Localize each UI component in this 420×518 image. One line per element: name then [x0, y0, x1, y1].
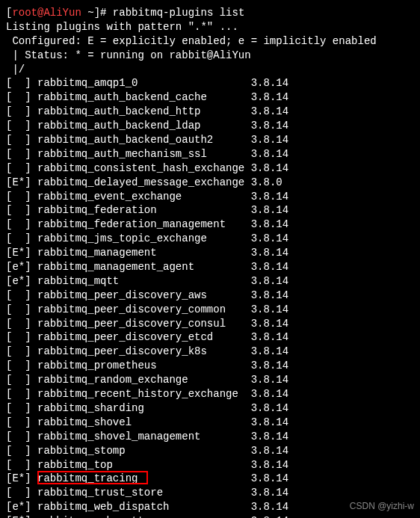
plugin-name: rabbitmq_federation_management	[37, 218, 226, 230]
plugin-flags: [ ]	[6, 204, 31, 216]
plugin-row: [ ] rabbitmq_prometheus 3.8.14	[6, 359, 414, 373]
plugin-version: 3.8.14	[251, 374, 288, 386]
plugin-row: [ ] rabbitmq_auth_backend_oauth2 3.8.14	[6, 133, 414, 147]
output-header-4: |/	[6, 63, 414, 77]
plugin-flags: [e*]	[6, 261, 31, 273]
plugin-name: rabbitmq_amqp1_0	[37, 77, 138, 89]
plugin-flags: [E*]	[6, 247, 31, 259]
plugin-row: [ ] rabbitmq_amqp1_0 3.8.14	[6, 76, 414, 90]
plugin-version: 3.8.14	[251, 459, 288, 471]
plugin-row: [ ] rabbitmq_random_exchange 3.8.14	[6, 373, 414, 387]
plugin-name: rabbitmq_stomp	[37, 445, 126, 457]
plugin-row: [ ] rabbitmq_auth_backend_http 3.8.14	[6, 105, 414, 119]
plugin-name: rabbitmq_sharding	[37, 402, 144, 414]
plugin-name: rabbitmq_auth_mechanism_ssl	[37, 148, 207, 160]
plugin-version: 3.8.14	[251, 191, 288, 203]
plugin-version: 3.8.14	[251, 120, 288, 132]
plugin-version: 3.8.14	[251, 318, 288, 330]
plugin-name: rabbitmq_auth_backend_ldap	[37, 120, 200, 132]
plugin-flags: [ ]	[6, 445, 31, 457]
plugin-list: [ ] rabbitmq_amqp1_0 3.8.14[ ] rabbitmq_…	[6, 76, 414, 518]
plugin-flags: [ ]	[6, 303, 31, 315]
plugin-version: 3.8.14	[251, 402, 288, 414]
plugin-version: 3.8.14	[251, 445, 288, 457]
plugin-version: 3.8.14	[251, 472, 288, 484]
plugin-flags: [ ]	[6, 345, 31, 357]
plugin-version: 3.8.14	[251, 303, 288, 315]
plugin-flags: [ ]	[6, 162, 31, 174]
plugin-row: [ ] rabbitmq_auth_mechanism_ssl 3.8.14	[6, 147, 414, 161]
plugin-row: [ ] rabbitmq_peer_discovery_k8s 3.8.14	[6, 345, 414, 359]
plugin-name: rabbitmq_random_exchange	[37, 374, 188, 386]
plugin-name: rabbitmq_tracing	[37, 472, 138, 484]
plugin-version: 3.8.14	[251, 331, 288, 343]
plugin-row: [ ] rabbitmq_sharding 3.8.14	[6, 401, 414, 416]
plugin-name: rabbitmq_prometheus	[37, 360, 157, 371]
plugin-version: 3.8.14	[251, 431, 288, 443]
plugin-row: [ ] rabbitmq_federation 3.8.14	[6, 203, 414, 218]
plugin-name: rabbitmq_federation	[37, 204, 157, 216]
plugin-flags: [ ]	[6, 91, 31, 103]
plugin-flags: [ ]	[6, 487, 31, 499]
plugin-name: rabbitmq_management_agent	[37, 261, 194, 273]
plugin-version: 3.8.14	[251, 77, 288, 89]
plugin-row: [ ] rabbitmq_jms_topic_exchange 3.8.14	[6, 232, 414, 246]
plugin-flags: [ ]	[6, 218, 31, 230]
plugin-row: [ ] rabbitmq_peer_discovery_aws 3.8.14	[6, 289, 414, 303]
plugin-name: rabbitmq_web_dispatch	[37, 501, 169, 513]
plugin-row: [e*] rabbitmq_mqtt 3.8.14	[6, 274, 414, 289]
plugin-row: [ ] rabbitmq_event_exchange 3.8.14	[6, 190, 414, 204]
plugin-row: [ ] rabbitmq_top 3.8.14	[6, 458, 414, 472]
plugin-row: [E*] rabbitmq_delayed_message_exchange 3…	[6, 176, 414, 190]
plugin-row: [ ] rabbitmq_consistent_hash_exchange 3.…	[6, 161, 414, 176]
plugin-flags: [ ]	[6, 416, 31, 428]
plugin-flags: [ ]	[6, 77, 31, 89]
plugin-flags: [ ]	[6, 148, 31, 160]
plugin-flags: [ ]	[6, 105, 31, 117]
plugin-flags: [E*]	[6, 472, 31, 484]
terminal-prompt: [root@AliYun ~]# rabbitmq-plugins list	[6, 6, 414, 20]
plugin-flags: [ ]	[6, 360, 31, 371]
plugin-flags: [ ]	[6, 388, 31, 400]
plugin-version: 3.8.14	[251, 91, 288, 103]
plugin-version: 3.8.14	[251, 261, 288, 273]
plugin-row: [ ] rabbitmq_peer_discovery_etcd 3.8.14	[6, 330, 414, 345]
plugin-name: rabbitmq_peer_discovery_common	[37, 303, 226, 315]
output-header-3: | Status: * = running on rabbit@AliYun	[6, 49, 414, 63]
prompt-user-host: root@AliYun	[12, 7, 81, 19]
plugin-name: rabbitmq_peer_discovery_k8s	[37, 345, 207, 357]
plugin-flags: [E*]	[6, 176, 31, 188]
plugin-version: 3.8.14	[251, 515, 288, 518]
plugin-row: [ ] rabbitmq_peer_discovery_consul 3.8.1…	[6, 317, 414, 331]
plugin-version: 3.8.14	[251, 275, 288, 287]
plugin-flags: [ ]	[6, 459, 31, 471]
plugin-name: rabbitmq_trust_store	[37, 487, 163, 499]
plugin-version: 3.8.14	[251, 148, 288, 160]
plugin-name: rabbitmq_shovel	[37, 416, 132, 428]
plugin-flags: [ ]	[6, 331, 31, 343]
prompt-path: ~	[87, 7, 93, 19]
plugin-version: 3.8.14	[251, 105, 288, 117]
plugin-version: 3.8.14	[251, 345, 288, 357]
watermark: CSDN @yizhi-w	[350, 500, 414, 512]
output-header-2: Configured: E = explicitly enabled; e = …	[6, 34, 414, 49]
plugin-row: [ ] rabbitmq_recent_history_exchange 3.8…	[6, 387, 414, 401]
command-text: rabbitmq-plugins list	[113, 7, 244, 19]
plugin-name: rabbitmq_peer_discovery_etcd	[37, 331, 213, 343]
output-header-1: Listing plugins with pattern ".*" ...	[6, 20, 414, 34]
plugin-name: rabbitmq_delayed_message_exchange	[37, 176, 244, 188]
plugin-row: [E*] rabbitmq_web_mqtt 3.8.14	[6, 514, 414, 518]
plugin-version: 3.8.14	[251, 218, 288, 230]
plugin-name: rabbitmq_peer_discovery_consul	[37, 318, 226, 330]
plugin-version: 3.8.14	[251, 247, 288, 259]
plugin-flags: [e*]	[6, 501, 31, 513]
plugin-name: rabbitmq_shovel_management	[37, 431, 200, 443]
plugin-flags: [ ]	[6, 402, 31, 414]
plugin-name: rabbitmq_auth_backend_cache	[37, 91, 207, 103]
plugin-flags: [ ]	[6, 431, 31, 443]
plugin-row: [e*] rabbitmq_management_agent 3.8.14	[6, 260, 414, 274]
plugin-version: 3.8.14	[251, 487, 288, 499]
plugin-name: rabbitmq_consistent_hash_exchange	[37, 162, 244, 174]
plugin-row: [ ] rabbitmq_shovel_management 3.8.14	[6, 430, 414, 444]
plugin-row: [ ] rabbitmq_peer_discovery_common 3.8.1…	[6, 303, 414, 317]
